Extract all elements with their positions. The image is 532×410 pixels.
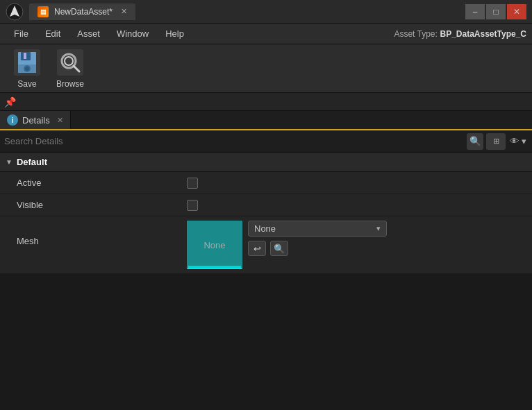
mesh-preview-label: None bbox=[203, 240, 225, 250]
properties-area: ▼ Default Active Visible Mesh None bbox=[0, 153, 532, 274]
menu-bar: File Edit Asset Window Help Asset Type: … bbox=[0, 24, 532, 44]
mesh-dropdown-arrow-icon: ▾ bbox=[376, 224, 381, 233]
menu-edit[interactable]: Edit bbox=[37, 26, 69, 42]
mesh-reset-button[interactable]: ↩ bbox=[248, 241, 266, 256]
window-controls: – □ ✕ bbox=[465, 4, 526, 19]
active-value bbox=[181, 175, 532, 191]
search-input[interactable] bbox=[4, 136, 464, 146]
visible-value bbox=[181, 197, 532, 214]
mesh-dropdown[interactable]: None ▾ bbox=[248, 221, 387, 237]
details-tab-close[interactable]: ✕ bbox=[57, 116, 63, 125]
grid-view-button[interactable]: ⊞ bbox=[486, 133, 506, 150]
mesh-action-buttons: ↩ 🔍 bbox=[248, 241, 387, 256]
save-label: Save bbox=[17, 79, 36, 89]
asset-tab-icon: ▤ bbox=[38, 6, 49, 17]
details-tab-info-icon: i bbox=[7, 114, 18, 126]
mesh-preview[interactable]: None bbox=[187, 221, 242, 269]
visible-checkbox[interactable] bbox=[187, 200, 198, 211]
asset-tab-close[interactable]: ✕ bbox=[121, 7, 127, 16]
app-logo bbox=[6, 3, 24, 21]
details-tab-label: Details bbox=[22, 115, 50, 126]
menu-asset[interactable]: Asset bbox=[69, 26, 108, 42]
mesh-label: Mesh bbox=[0, 216, 181, 250]
toolbar: Save Browse bbox=[0, 44, 532, 93]
title-bar: ▤ NewDataAsset* ✕ – □ ✕ bbox=[0, 0, 532, 24]
section-label: Default bbox=[17, 157, 47, 167]
svg-point-7 bbox=[25, 67, 29, 71]
visibility-button[interactable]: 👁 ▾ bbox=[508, 133, 528, 150]
minimize-button[interactable]: – bbox=[465, 4, 485, 19]
details-panel: i Details ✕ 🔍 ⊞ 👁 ▾ ▼ Default Active Vis… bbox=[0, 111, 532, 274]
maximize-button[interactable]: □ bbox=[486, 4, 506, 19]
active-property-row: Active bbox=[0, 172, 532, 194]
pin-bar: 📌 bbox=[0, 93, 532, 111]
save-icon bbox=[13, 48, 42, 77]
details-tab[interactable]: i Details ✕ bbox=[0, 111, 71, 129]
close-button[interactable]: ✕ bbox=[507, 4, 526, 19]
save-button[interactable]: Save bbox=[7, 45, 47, 92]
mesh-dropdown-value: None bbox=[254, 223, 376, 234]
browse-label: Browse bbox=[56, 79, 84, 89]
menu-file[interactable]: File bbox=[6, 26, 37, 42]
mesh-value: None None ▾ ↩ 🔍 bbox=[181, 216, 532, 273]
search-row: 🔍 ⊞ 👁 ▾ bbox=[0, 130, 532, 153]
active-checkbox[interactable] bbox=[187, 178, 198, 189]
mesh-property-row: Mesh None None ▾ ↩ 🔍 bbox=[0, 216, 532, 274]
browse-icon bbox=[56, 48, 85, 77]
menu-window[interactable]: Window bbox=[108, 26, 157, 42]
asset-type-label: Asset Type: bbox=[394, 29, 437, 39]
mesh-search-button[interactable]: 🔍 bbox=[270, 241, 288, 256]
active-label: Active bbox=[0, 173, 181, 192]
visible-label: Visible bbox=[0, 196, 181, 214]
details-tab-bar: i Details ✕ bbox=[0, 111, 532, 130]
default-section-header: ▼ Default bbox=[0, 153, 532, 172]
collapse-arrow-icon[interactable]: ▼ bbox=[6, 158, 13, 166]
menu-help[interactable]: Help bbox=[157, 26, 192, 42]
asset-type-value: BP_DataAssetType_C bbox=[440, 29, 527, 39]
pin-icon: 📌 bbox=[4, 96, 16, 108]
asset-tab-label: NewDataAsset* bbox=[54, 7, 113, 17]
svg-rect-4 bbox=[24, 53, 26, 59]
search-button[interactable]: 🔍 bbox=[467, 133, 483, 150]
asset-tab[interactable]: ▤ NewDataAsset* ✕ bbox=[29, 3, 135, 20]
browse-button[interactable]: Browse bbox=[50, 45, 90, 92]
mesh-controls: None ▾ ↩ 🔍 bbox=[248, 221, 387, 256]
visible-property-row: Visible bbox=[0, 194, 532, 216]
